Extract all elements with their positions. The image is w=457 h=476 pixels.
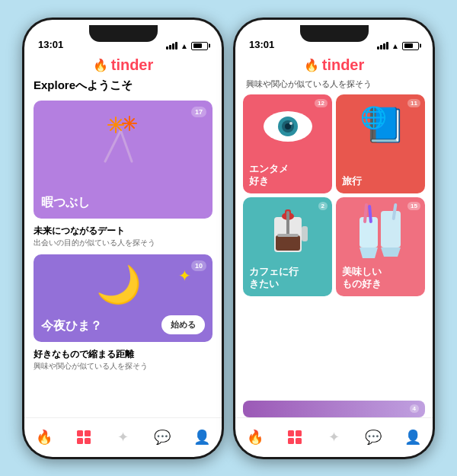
- section-header-2: 好きなもので縮まる距離 興味や関心が似ている人を探そう: [34, 348, 213, 372]
- nav-chat-left[interactable]: 💬: [149, 423, 176, 451]
- svg-line-8: [110, 127, 113, 130]
- right-content: 12 エンタメ好き 11: [235, 94, 433, 417]
- wifi-icon: ▲: [181, 42, 188, 50]
- bottom-strip-badge: 4: [410, 404, 419, 413]
- svg-line-7: [118, 120, 121, 123]
- notch-right: [300, 25, 369, 42]
- status-time-right: 13:01: [249, 39, 274, 50]
- svg-line-0: [105, 131, 120, 161]
- signal-icon-right: [377, 42, 388, 50]
- cat-title-entame: エンタメ好き: [249, 163, 326, 187]
- app-header-left: 🔥 tinder: [24, 53, 222, 78]
- svg-point-19: [127, 121, 132, 126]
- svg-rect-33: [276, 235, 300, 251]
- card-tonight[interactable]: 10 🌙 ✦ 今夜ひま？ 始める: [34, 254, 213, 342]
- status-time-left: 13:01: [38, 39, 63, 50]
- moon-decoration: 🌙: [96, 264, 142, 306]
- card-title-2: 今夜ひま？: [41, 318, 102, 334]
- cat-card-cafe[interactable]: 2: [243, 197, 332, 296]
- card-badge-2: 10: [191, 260, 206, 271]
- svg-rect-45: [288, 438, 294, 444]
- svg-line-9: [118, 127, 121, 130]
- tinder-wordmark-right: tinder: [322, 56, 365, 74]
- right-phone: 13:01 ▲ 🔥 tinder 興味や関心が似て: [233, 18, 435, 459]
- svg-line-15: [125, 119, 127, 121]
- cat-title-cafe: カフェに行きたい: [249, 266, 326, 289]
- section-header-1: 未来につながるデート 出会いの目的が似ている人を探そう: [34, 225, 213, 248]
- cat-card-travel[interactable]: 11 📘 🌐 旅行: [336, 94, 425, 193]
- app-header-right: 🔥 tinder: [235, 53, 433, 78]
- svg-marker-41: [381, 248, 401, 257]
- nav-fire-right[interactable]: 🔥: [241, 423, 269, 451]
- begin-button[interactable]: 始める: [161, 315, 205, 334]
- notch: [89, 25, 158, 42]
- nav-explore-left[interactable]: [70, 423, 97, 451]
- section-title-2: 好きなもので縮まる距離: [34, 348, 213, 361]
- svg-line-16: [132, 119, 134, 121]
- cat-badge-entame: 12: [315, 99, 328, 107]
- nav-boost-right[interactable]: ✦: [320, 423, 347, 451]
- battery-icon-right: [402, 42, 419, 50]
- wifi-icon-right: ▲: [391, 42, 399, 50]
- nav-fire-left[interactable]: 🔥: [30, 423, 58, 451]
- svg-line-18: [132, 126, 134, 128]
- card-boredom[interactable]: 17: [34, 101, 213, 219]
- nav-explore-right[interactable]: [281, 423, 308, 451]
- tinder-logo-right: 🔥 tinder: [304, 56, 365, 74]
- svg-line-6: [110, 120, 113, 123]
- tinder-wordmark-left: tinder: [111, 56, 154, 74]
- svg-marker-37: [360, 248, 378, 258]
- card-badge-1: 17: [191, 107, 206, 117]
- bottom-nav-left: 🔥 ✦ 💬 👤: [24, 417, 222, 457]
- eye-icon: [262, 108, 314, 145]
- svg-point-10: [113, 123, 118, 127]
- card-title-1: 暇つぶし: [41, 195, 90, 211]
- tinder-logo-left: 🔥 tinder: [93, 56, 154, 74]
- svg-rect-36: [360, 217, 378, 248]
- nav-chat-right[interactable]: 💬: [360, 423, 387, 451]
- svg-rect-21: [85, 430, 91, 436]
- cat-title-food: 美味しいもの好き: [342, 266, 419, 289]
- status-icons-right: ▲: [377, 42, 419, 50]
- flame-icon-right: 🔥: [304, 58, 319, 72]
- section-title-1: 未来につながるデート: [34, 225, 213, 238]
- cat-badge-food: 15: [407, 202, 420, 210]
- svg-rect-43: [288, 430, 294, 436]
- cat-title-travel: 旅行: [342, 175, 419, 187]
- svg-line-17: [125, 126, 127, 128]
- cat-badge-cafe: 2: [318, 202, 328, 210]
- category-grid: 12 エンタメ好き 11: [243, 94, 425, 397]
- svg-rect-22: [77, 438, 83, 444]
- nav-boost-left[interactable]: ✦: [109, 423, 136, 451]
- svg-line-1: [120, 129, 132, 161]
- svg-rect-34: [286, 211, 289, 235]
- status-icons-left: ▲: [166, 42, 208, 50]
- svg-rect-20: [77, 430, 83, 436]
- flame-icon-left: 🔥: [93, 58, 108, 72]
- grid-icon-right: [287, 430, 302, 445]
- food-icon: [358, 203, 404, 260]
- battery-icon: [191, 42, 208, 50]
- globe-icon: 🌐: [360, 105, 387, 130]
- coffee-icon: [268, 205, 308, 260]
- grid-icon-left: [76, 430, 91, 445]
- nav-profile-right[interactable]: 👤: [399, 423, 427, 451]
- svg-rect-40: [381, 211, 401, 248]
- cat-card-food[interactable]: 15: [336, 197, 425, 296]
- signal-icon: [166, 42, 177, 50]
- svg-rect-46: [296, 438, 302, 444]
- star-decoration: ✦: [178, 267, 191, 285]
- bottom-strip[interactable]: 4: [243, 401, 425, 417]
- svg-rect-23: [85, 438, 91, 444]
- cat-card-entame[interactable]: 12 エンタメ好き: [243, 94, 332, 193]
- explore-title: Exploreへようこそ: [34, 78, 213, 93]
- svg-rect-32: [302, 226, 308, 241]
- left-phone: 13:01 ▲ 🔥 tinder: [22, 18, 224, 459]
- section-desc-2: 興味や関心が似ている人を探そう: [34, 361, 213, 372]
- explore-content: Exploreへようこそ 17: [24, 78, 222, 417]
- svg-rect-44: [296, 430, 302, 436]
- sparkler-decoration: [90, 108, 151, 169]
- cat-badge-travel: 11: [407, 99, 420, 107]
- bottom-nav-right: 🔥 ✦ 💬 👤: [235, 417, 433, 457]
- nav-profile-left[interactable]: 👤: [188, 423, 216, 451]
